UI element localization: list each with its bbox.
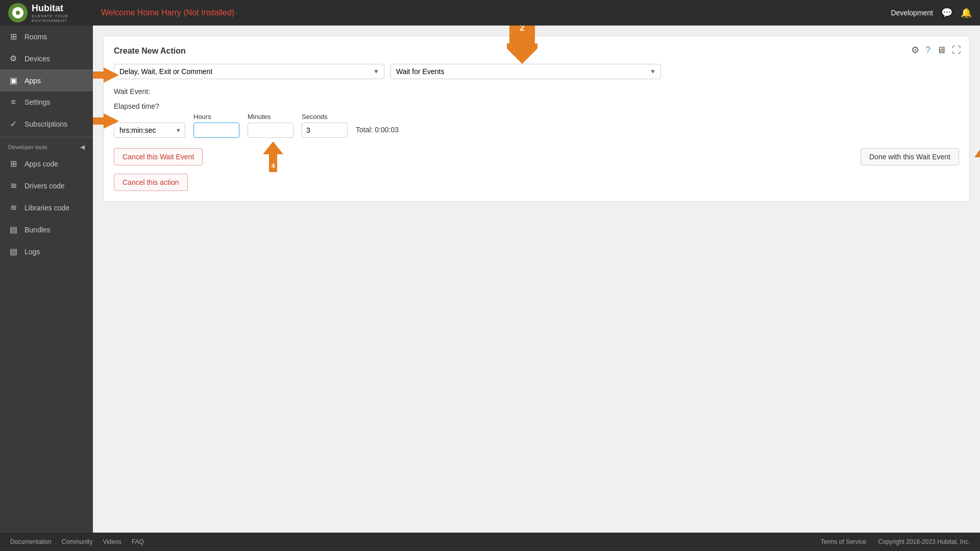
sidebar: ⊞ Rooms ⚙ Devices ▣ Apps ≡ Settings ✓ Su…	[0, 26, 93, 533]
page-title: Welcome Home Harry (Not Installed)	[101, 8, 891, 17]
card-actions: ⚙ ? 🖥 ⛶	[911, 44, 961, 56]
sidebar-item-settings-label: Settings	[24, 98, 51, 106]
app-header: Hubitat ELEVATE YOUR ENVIRONMENT Welcome…	[0, 0, 980, 26]
developer-tools-section: Developer tools ◀	[0, 139, 93, 153]
sidebar-divider	[0, 137, 93, 137]
alert-icon[interactable]: 🔔	[961, 7, 972, 18]
svg-marker-8	[974, 143, 980, 179]
svg-marker-4	[93, 113, 119, 129]
action-type-dropdown[interactable]: Delay, Wait, Exit or Comment	[114, 64, 384, 79]
hours-field-group: Hours	[193, 113, 239, 138]
annotation-arrow-5: 5	[974, 143, 980, 181]
sidebar-item-devices-label: Devices	[24, 55, 50, 63]
libraries-code-icon: ≋	[8, 203, 18, 212]
wait-event-label: Wait Event:	[114, 87, 959, 95]
elapsed-time-label: Elapsed time?	[114, 102, 159, 110]
footer-link-community[interactable]: Community	[62, 538, 93, 545]
sidebar-item-apps-code-label: Apps code	[24, 160, 58, 168]
total-label: Total: 0:00:03	[356, 126, 399, 138]
sidebar-item-drivers-code[interactable]: ≋ Drivers code	[0, 175, 93, 197]
cancel-action-row: Cancel this action	[114, 174, 959, 191]
cancel-action-button[interactable]: Cancel this action	[114, 174, 188, 191]
sidebar-item-drivers-code-label: Drivers code	[24, 182, 65, 190]
settings-card-icon[interactable]: ⚙	[911, 44, 919, 56]
sidebar-item-devices[interactable]: ⚙ Devices	[0, 47, 93, 69]
logo-text-block: Hubitat ELEVATE YOUR ENVIRONMENT	[32, 3, 101, 23]
minutes-input[interactable]	[248, 123, 293, 138]
sidebar-item-apps[interactable]: ▣ Apps	[0, 69, 93, 91]
dropdowns-row: Delay, Wait, Exit or Comment ▼ Wait for …	[114, 64, 959, 79]
sidebar-item-bundles[interactable]: ▤ Bundles	[0, 219, 93, 241]
minutes-field-group: Minutes	[248, 113, 293, 138]
settings-icon: ≡	[8, 98, 18, 107]
logo-inner	[12, 7, 23, 18]
developer-section-label: Developer tools	[8, 144, 47, 150]
header-icons: Development 💬 🔔	[891, 7, 972, 18]
wait-type-dropdown[interactable]: Wait for Events	[390, 64, 661, 79]
header-status: (Not Installed)	[184, 8, 235, 17]
elapsed-controls-row: hrs:min:sec ▼ Hours Minutes	[114, 113, 959, 138]
header-title-text: Welcome Home Harry	[101, 8, 181, 17]
monitor-card-icon[interactable]: 🖥	[937, 45, 946, 56]
rooms-icon: ⊞	[8, 32, 18, 41]
sidebar-item-libraries-code[interactable]: ≋ Libraries code	[0, 197, 93, 219]
elapsed-label: Elapsed time?	[114, 102, 959, 111]
sidebar-item-subscriptions-label: Subscriptions	[24, 120, 67, 128]
minutes-label: Minutes	[248, 113, 293, 121]
elapsed-section: 3 Elapsed time? hrs:min:sec ▼ Hours	[114, 102, 959, 138]
svg-text:2: 2	[520, 26, 525, 32]
content-area: ⚙ ? 🖥 ⛶ Create New Action 1	[93, 26, 980, 533]
wait-event-buttons-row: Cancel this Wait Event Done with this Wa…	[114, 148, 959, 165]
help-card-icon[interactable]: ?	[925, 45, 930, 56]
expand-card-icon[interactable]: ⛶	[952, 45, 961, 56]
page-footer: Documentation Community Videos FAQ Terms…	[0, 533, 980, 551]
annotation-arrow-1: 1	[93, 65, 119, 87]
elapsed-type-dropdown[interactable]: hrs:min:sec	[114, 123, 185, 138]
logo-name: Hubitat	[32, 3, 101, 14]
create-action-card: ⚙ ? 🖥 ⛶ Create New Action 1	[103, 36, 970, 202]
svg-text:4: 4	[271, 162, 275, 170]
action-type-dropdown-wrapper: Delay, Wait, Exit or Comment ▼	[114, 64, 384, 79]
footer-link-faq[interactable]: FAQ	[132, 538, 144, 545]
footer-link-documentation[interactable]: Documentation	[10, 538, 52, 545]
drivers-code-icon: ≋	[8, 181, 18, 190]
sidebar-item-subscriptions[interactable]: ✓ Subscriptions	[0, 113, 93, 135]
devices-icon: ⚙	[8, 54, 18, 63]
sidebar-item-libraries-code-label: Libraries code	[24, 204, 69, 212]
copyright-text: Copyright 2018-2023 Hubitat, Inc.	[878, 538, 970, 545]
cancel-wait-event-button[interactable]: Cancel this Wait Event	[114, 148, 203, 165]
notification-icon[interactable]: 💬	[941, 7, 952, 18]
hours-input[interactable]	[193, 123, 239, 138]
apps-icon: ▣	[8, 76, 18, 85]
apps-code-icon: ⊞	[8, 159, 18, 169]
terms-of-service[interactable]: Terms of Service	[821, 538, 866, 545]
sidebar-item-apps-code[interactable]: ⊞ Apps code	[0, 153, 93, 175]
logs-icon: ▤	[8, 247, 18, 256]
sidebar-item-bundles-label: Bundles	[24, 226, 51, 234]
sidebar-item-rooms-label: Rooms	[24, 33, 47, 41]
annotation-arrow-2: 2	[507, 26, 537, 66]
seconds-input[interactable]	[302, 123, 348, 138]
sidebar-item-logs[interactable]: ▤ Logs	[0, 241, 93, 262]
wait-type-dropdown-wrapper: Wait for Events ▼	[390, 64, 661, 79]
hours-label: Hours	[193, 113, 239, 121]
done-wait-event-button[interactable]: Done with this Wait Event	[861, 148, 959, 165]
svg-marker-0	[93, 67, 119, 83]
subscriptions-icon: ✓	[8, 119, 18, 129]
annotation-arrow-4: 4	[263, 141, 283, 174]
logo: Hubitat ELEVATE YOUR ENVIRONMENT	[8, 3, 101, 23]
collapse-icon[interactable]: ◀	[80, 143, 85, 151]
footer-links: Documentation Community Videos FAQ	[10, 538, 144, 545]
elapsed-type-wrapper: hrs:min:sec ▼	[114, 123, 185, 138]
sidebar-item-apps-label: Apps	[24, 77, 41, 85]
main-layout: ⊞ Rooms ⚙ Devices ▣ Apps ≡ Settings ✓ Su…	[0, 26, 980, 533]
footer-link-videos[interactable]: Videos	[103, 538, 121, 545]
sidebar-item-logs-label: Logs	[24, 248, 40, 256]
sidebar-item-settings[interactable]: ≡ Settings	[0, 91, 93, 113]
annotation-arrow-3: 3	[93, 111, 119, 133]
seconds-label: Seconds	[302, 113, 348, 121]
done-button-group: Done with this Wait Event 5	[861, 148, 959, 165]
sidebar-item-rooms[interactable]: ⊞ Rooms	[0, 26, 93, 47]
dropdowns-section: 1 2 Delay, Wait, Exit or Comment	[114, 64, 959, 79]
footer-copyright: Terms of Service Copyright 2018-2023 Hub…	[821, 538, 970, 545]
